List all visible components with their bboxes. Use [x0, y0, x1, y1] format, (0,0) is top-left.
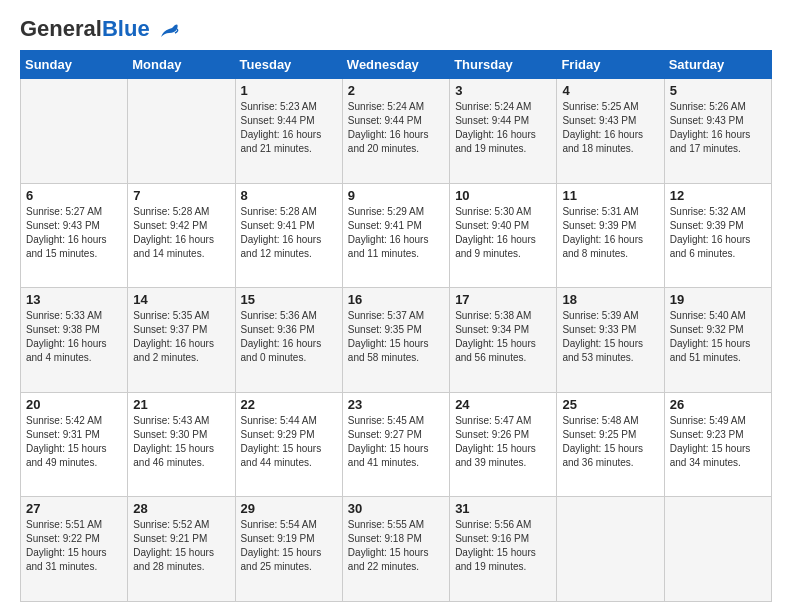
- day-number: 7: [133, 188, 229, 203]
- header: GeneralBlue: [20, 16, 772, 42]
- day-header: Wednesday: [342, 51, 449, 79]
- day-info: Sunrise: 5:54 AMSunset: 9:19 PMDaylight:…: [241, 518, 337, 574]
- day-info: Sunrise: 5:56 AMSunset: 9:16 PMDaylight:…: [455, 518, 551, 574]
- day-number: 12: [670, 188, 766, 203]
- day-number: 22: [241, 397, 337, 412]
- calendar-cell: 3Sunrise: 5:24 AMSunset: 9:44 PMDaylight…: [450, 79, 557, 184]
- calendar-table: SundayMondayTuesdayWednesdayThursdayFrid…: [20, 50, 772, 602]
- calendar-cell: 18Sunrise: 5:39 AMSunset: 9:33 PMDayligh…: [557, 288, 664, 393]
- day-info: Sunrise: 5:48 AMSunset: 9:25 PMDaylight:…: [562, 414, 658, 470]
- calendar-cell: 28Sunrise: 5:52 AMSunset: 9:21 PMDayligh…: [128, 497, 235, 602]
- day-number: 25: [562, 397, 658, 412]
- calendar-cell: 25Sunrise: 5:48 AMSunset: 9:25 PMDayligh…: [557, 392, 664, 497]
- day-number: 17: [455, 292, 551, 307]
- day-number: 30: [348, 501, 444, 516]
- day-number: 5: [670, 83, 766, 98]
- calendar-cell: [21, 79, 128, 184]
- day-info: Sunrise: 5:24 AMSunset: 9:44 PMDaylight:…: [455, 100, 551, 156]
- day-info: Sunrise: 5:39 AMSunset: 9:33 PMDaylight:…: [562, 309, 658, 365]
- day-info: Sunrise: 5:51 AMSunset: 9:22 PMDaylight:…: [26, 518, 122, 574]
- day-info: Sunrise: 5:38 AMSunset: 9:34 PMDaylight:…: [455, 309, 551, 365]
- calendar-cell: 23Sunrise: 5:45 AMSunset: 9:27 PMDayligh…: [342, 392, 449, 497]
- calendar-cell: 27Sunrise: 5:51 AMSunset: 9:22 PMDayligh…: [21, 497, 128, 602]
- calendar-cell: 14Sunrise: 5:35 AMSunset: 9:37 PMDayligh…: [128, 288, 235, 393]
- day-header: Monday: [128, 51, 235, 79]
- day-info: Sunrise: 5:26 AMSunset: 9:43 PMDaylight:…: [670, 100, 766, 156]
- calendar-cell: 6Sunrise: 5:27 AMSunset: 9:43 PMDaylight…: [21, 183, 128, 288]
- calendar-cell: 24Sunrise: 5:47 AMSunset: 9:26 PMDayligh…: [450, 392, 557, 497]
- day-number: 16: [348, 292, 444, 307]
- calendar-cell: 15Sunrise: 5:36 AMSunset: 9:36 PMDayligh…: [235, 288, 342, 393]
- day-header: Saturday: [664, 51, 771, 79]
- page: GeneralBlue SundayMondayTuesdayWednesday…: [0, 0, 792, 612]
- day-header: Sunday: [21, 51, 128, 79]
- calendar-cell: 26Sunrise: 5:49 AMSunset: 9:23 PMDayligh…: [664, 392, 771, 497]
- calendar-cell: 9Sunrise: 5:29 AMSunset: 9:41 PMDaylight…: [342, 183, 449, 288]
- day-number: 10: [455, 188, 551, 203]
- day-info: Sunrise: 5:49 AMSunset: 9:23 PMDaylight:…: [670, 414, 766, 470]
- day-number: 19: [670, 292, 766, 307]
- calendar-cell: 1Sunrise: 5:23 AMSunset: 9:44 PMDaylight…: [235, 79, 342, 184]
- calendar-cell: 4Sunrise: 5:25 AMSunset: 9:43 PMDaylight…: [557, 79, 664, 184]
- day-info: Sunrise: 5:31 AMSunset: 9:39 PMDaylight:…: [562, 205, 658, 261]
- day-info: Sunrise: 5:43 AMSunset: 9:30 PMDaylight:…: [133, 414, 229, 470]
- day-info: Sunrise: 5:23 AMSunset: 9:44 PMDaylight:…: [241, 100, 337, 156]
- day-info: Sunrise: 5:27 AMSunset: 9:43 PMDaylight:…: [26, 205, 122, 261]
- day-number: 26: [670, 397, 766, 412]
- calendar-cell: 31Sunrise: 5:56 AMSunset: 9:16 PMDayligh…: [450, 497, 557, 602]
- day-number: 21: [133, 397, 229, 412]
- day-info: Sunrise: 5:40 AMSunset: 9:32 PMDaylight:…: [670, 309, 766, 365]
- calendar-cell: 10Sunrise: 5:30 AMSunset: 9:40 PMDayligh…: [450, 183, 557, 288]
- day-number: 24: [455, 397, 551, 412]
- day-info: Sunrise: 5:33 AMSunset: 9:38 PMDaylight:…: [26, 309, 122, 365]
- day-header: Friday: [557, 51, 664, 79]
- day-info: Sunrise: 5:30 AMSunset: 9:40 PMDaylight:…: [455, 205, 551, 261]
- day-info: Sunrise: 5:29 AMSunset: 9:41 PMDaylight:…: [348, 205, 444, 261]
- calendar-cell: [557, 497, 664, 602]
- logo: GeneralBlue: [20, 16, 179, 42]
- day-number: 20: [26, 397, 122, 412]
- day-number: 29: [241, 501, 337, 516]
- calendar-cell: 16Sunrise: 5:37 AMSunset: 9:35 PMDayligh…: [342, 288, 449, 393]
- logo-blue: Blue: [102, 16, 150, 41]
- day-info: Sunrise: 5:25 AMSunset: 9:43 PMDaylight:…: [562, 100, 658, 156]
- calendar-cell: 17Sunrise: 5:38 AMSunset: 9:34 PMDayligh…: [450, 288, 557, 393]
- day-number: 9: [348, 188, 444, 203]
- calendar-cell: 19Sunrise: 5:40 AMSunset: 9:32 PMDayligh…: [664, 288, 771, 393]
- logo-general: General: [20, 16, 102, 41]
- day-info: Sunrise: 5:42 AMSunset: 9:31 PMDaylight:…: [26, 414, 122, 470]
- day-number: 8: [241, 188, 337, 203]
- logo-bird-icon: [157, 23, 179, 41]
- day-info: Sunrise: 5:47 AMSunset: 9:26 PMDaylight:…: [455, 414, 551, 470]
- day-number: 6: [26, 188, 122, 203]
- calendar-cell: 8Sunrise: 5:28 AMSunset: 9:41 PMDaylight…: [235, 183, 342, 288]
- calendar-cell: 12Sunrise: 5:32 AMSunset: 9:39 PMDayligh…: [664, 183, 771, 288]
- day-info: Sunrise: 5:55 AMSunset: 9:18 PMDaylight:…: [348, 518, 444, 574]
- calendar-cell: 20Sunrise: 5:42 AMSunset: 9:31 PMDayligh…: [21, 392, 128, 497]
- calendar-cell: 11Sunrise: 5:31 AMSunset: 9:39 PMDayligh…: [557, 183, 664, 288]
- calendar-cell: 7Sunrise: 5:28 AMSunset: 9:42 PMDaylight…: [128, 183, 235, 288]
- day-info: Sunrise: 5:45 AMSunset: 9:27 PMDaylight:…: [348, 414, 444, 470]
- day-info: Sunrise: 5:28 AMSunset: 9:41 PMDaylight:…: [241, 205, 337, 261]
- calendar-cell: 13Sunrise: 5:33 AMSunset: 9:38 PMDayligh…: [21, 288, 128, 393]
- day-number: 3: [455, 83, 551, 98]
- day-info: Sunrise: 5:44 AMSunset: 9:29 PMDaylight:…: [241, 414, 337, 470]
- calendar-cell: 22Sunrise: 5:44 AMSunset: 9:29 PMDayligh…: [235, 392, 342, 497]
- calendar-cell: 30Sunrise: 5:55 AMSunset: 9:18 PMDayligh…: [342, 497, 449, 602]
- day-info: Sunrise: 5:52 AMSunset: 9:21 PMDaylight:…: [133, 518, 229, 574]
- day-number: 11: [562, 188, 658, 203]
- day-number: 4: [562, 83, 658, 98]
- day-info: Sunrise: 5:28 AMSunset: 9:42 PMDaylight:…: [133, 205, 229, 261]
- day-number: 28: [133, 501, 229, 516]
- day-number: 13: [26, 292, 122, 307]
- calendar-cell: [128, 79, 235, 184]
- day-number: 27: [26, 501, 122, 516]
- day-header: Tuesday: [235, 51, 342, 79]
- day-info: Sunrise: 5:32 AMSunset: 9:39 PMDaylight:…: [670, 205, 766, 261]
- day-number: 2: [348, 83, 444, 98]
- calendar-cell: 29Sunrise: 5:54 AMSunset: 9:19 PMDayligh…: [235, 497, 342, 602]
- day-number: 15: [241, 292, 337, 307]
- day-number: 23: [348, 397, 444, 412]
- calendar-cell: 21Sunrise: 5:43 AMSunset: 9:30 PMDayligh…: [128, 392, 235, 497]
- day-header: Thursday: [450, 51, 557, 79]
